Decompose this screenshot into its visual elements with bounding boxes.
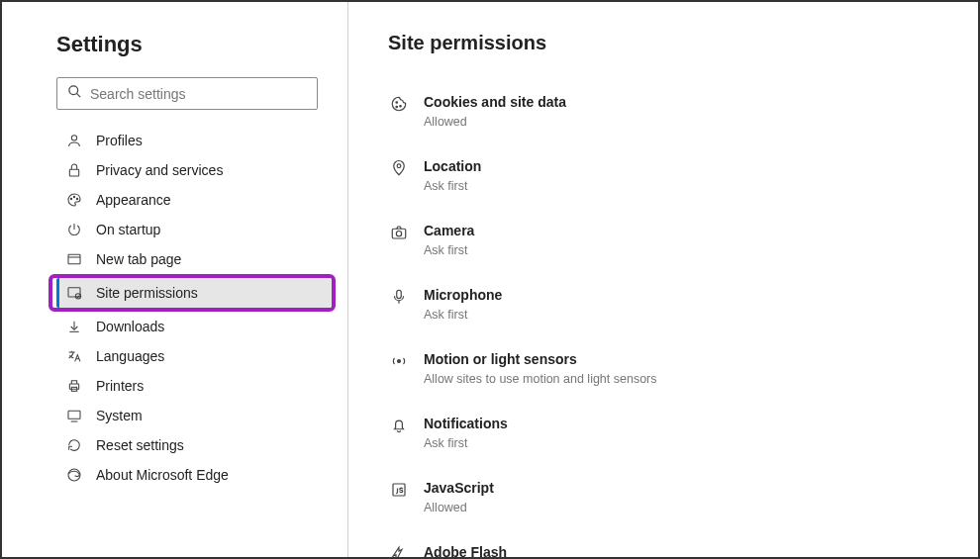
nav-label: About Microsoft Edge (96, 467, 229, 483)
svg-point-23 (396, 232, 401, 236)
edge-icon (64, 467, 84, 483)
perm-sub: Allowed (424, 115, 566, 129)
language-icon (64, 348, 84, 364)
perm-title: Notifications (424, 416, 508, 431)
location-icon (388, 158, 410, 177)
perm-camera[interactable]: Camera Ask first (388, 211, 948, 275)
motion-icon (388, 351, 410, 370)
reset-icon (64, 437, 84, 453)
perm-motion[interactable]: Motion or light sensors Allow sites to u… (388, 339, 948, 404)
svg-rect-22 (392, 229, 406, 238)
nav-item-startup[interactable]: On startup (56, 215, 318, 244)
search-input[interactable] (90, 86, 307, 102)
perm-title: Location (424, 158, 481, 174)
nav-label: Downloads (96, 319, 164, 334)
svg-rect-3 (69, 169, 78, 176)
settings-sidebar: Settings Profiles Privacy and services A… (2, 2, 348, 557)
nav-label: New tab page (96, 251, 181, 267)
svg-point-2 (71, 136, 76, 140)
nav-item-printers[interactable]: Printers (56, 371, 318, 401)
lock-icon (64, 162, 84, 178)
nav-label: Site permissions (96, 285, 198, 301)
nav-label: Profiles (96, 133, 143, 148)
perm-sub: Ask first (424, 179, 481, 193)
system-icon (64, 408, 84, 423)
svg-point-6 (76, 198, 77, 199)
perm-location[interactable]: Location Ask first (388, 146, 948, 211)
bell-icon (388, 416, 410, 434)
page-title: Site permissions (388, 32, 948, 54)
perm-flash[interactable]: Adobe Flash Always block Flash (recommen… (388, 532, 948, 557)
flash-icon (388, 544, 410, 557)
svg-point-21 (397, 164, 401, 168)
svg-point-4 (70, 198, 71, 199)
search-box[interactable] (56, 77, 318, 110)
svg-point-19 (400, 106, 402, 108)
svg-point-18 (396, 102, 398, 104)
nav-item-profiles[interactable]: Profiles (56, 126, 318, 155)
highlight-annotation: Site permissions (49, 274, 336, 312)
nav-label: Printers (96, 378, 144, 394)
permissions-list: Cookies and site data Allowed Location A… (388, 82, 948, 557)
svg-rect-27 (393, 484, 405, 496)
nav-label: Appearance (96, 192, 171, 208)
perm-title: Motion or light sensors (424, 351, 657, 367)
nav-label: Privacy and services (96, 162, 223, 178)
main-content: Site permissions Cookies and site data A… (348, 2, 978, 557)
download-icon (64, 319, 84, 334)
microphone-icon (388, 287, 410, 306)
nav-item-reset[interactable]: Reset settings (56, 430, 318, 460)
perm-cookies[interactable]: Cookies and site data Allowed (388, 82, 948, 146)
perm-sub: Ask first (424, 243, 474, 257)
permissions-icon (64, 285, 84, 301)
svg-line-1 (76, 93, 80, 97)
perm-microphone[interactable]: Microphone Ask first (388, 275, 948, 339)
svg-point-0 (69, 86, 78, 95)
camera-icon (388, 223, 410, 241)
nav-item-system[interactable]: System (56, 401, 318, 430)
perm-sub: Allowed (424, 501, 494, 514)
nav-item-about[interactable]: About Microsoft Edge (56, 460, 318, 490)
nav-item-privacy[interactable]: Privacy and services (56, 155, 318, 185)
printer-icon (64, 378, 84, 394)
javascript-icon (388, 480, 410, 499)
perm-sub: Ask first (424, 436, 508, 450)
svg-rect-15 (68, 411, 80, 419)
nav-label: System (96, 408, 143, 423)
perm-title: Adobe Flash (424, 544, 620, 557)
svg-point-5 (73, 196, 74, 197)
nav-list: Profiles Privacy and services Appearance… (56, 126, 318, 490)
power-icon (64, 222, 84, 237)
svg-point-20 (396, 106, 398, 108)
nav-label: Reset settings (96, 437, 184, 453)
nav-label: Languages (96, 348, 164, 364)
svg-rect-13 (69, 384, 78, 389)
nav-item-languages[interactable]: Languages (56, 341, 318, 371)
profile-icon (64, 133, 84, 148)
nav-item-downloads[interactable]: Downloads (56, 312, 318, 341)
cookie-icon (388, 94, 410, 113)
perm-title: JavaScript (424, 480, 494, 496)
svg-point-26 (398, 360, 401, 363)
nav-item-site-permissions[interactable]: Site permissions (56, 278, 332, 308)
perm-title: Camera (424, 223, 474, 238)
svg-rect-7 (68, 254, 80, 263)
tab-icon (64, 251, 84, 267)
palette-icon (64, 192, 84, 208)
sidebar-title: Settings (56, 32, 318, 57)
perm-notifications[interactable]: Notifications Ask first (388, 404, 948, 468)
svg-rect-10 (68, 288, 80, 297)
perm-title: Cookies and site data (424, 94, 566, 110)
perm-title: Microphone (424, 287, 502, 303)
nav-item-newtab[interactable]: New tab page (56, 244, 318, 274)
svg-rect-24 (397, 290, 402, 298)
nav-label: On startup (96, 222, 160, 237)
nav-item-appearance[interactable]: Appearance (56, 185, 318, 215)
perm-javascript[interactable]: JavaScript Allowed (388, 468, 948, 532)
search-icon (67, 84, 82, 103)
perm-sub: Allow sites to use motion and light sens… (424, 372, 657, 386)
perm-sub: Ask first (424, 308, 502, 322)
